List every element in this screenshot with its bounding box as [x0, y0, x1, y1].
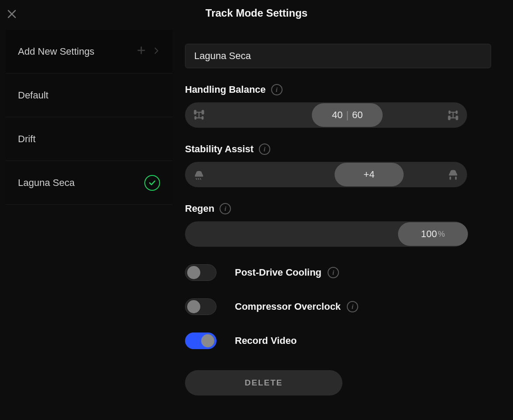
sidebar-item-label: Default [18, 90, 49, 101]
handling-balance-slider[interactable]: 40 | 60 [185, 102, 467, 128]
handling-front-value: 40 [332, 109, 342, 121]
sidebar-item-label: Laguna Seca [18, 177, 75, 189]
post-drive-cooling-toggle[interactable] [185, 264, 216, 281]
stability-high-icon [441, 162, 465, 187]
sidebar-item-laguna-seca[interactable]: Laguna Seca [6, 161, 172, 205]
svg-rect-12 [456, 111, 457, 114]
regen-unit: % [438, 230, 445, 239]
main-panel: Handling Balance i 40 | 60 Stability Ass… [185, 44, 491, 396]
toggle-knob [187, 300, 200, 313]
record-video-label: Record Video [235, 335, 297, 346]
sidebar: Add New Settings DefaultDriftLaguna Seca [6, 30, 172, 205]
info-icon[interactable]: i [271, 84, 283, 95]
stability-assist-slider[interactable]: +4 [185, 162, 467, 187]
check-icon [144, 175, 160, 191]
plus-icon [136, 46, 146, 58]
info-icon[interactable]: i [347, 301, 358, 312]
handling-balance-label: Handling Balance [185, 84, 266, 95]
stability-low-icon [187, 162, 211, 187]
regen-label: Regen [185, 203, 214, 214]
compressor-overclock-row: Compressor Overclocki [185, 298, 491, 315]
regen-thumb[interactable]: 100% [398, 222, 468, 246]
front-bias-icon [187, 102, 211, 128]
info-icon[interactable]: i [259, 144, 270, 155]
chevron-right-icon [152, 46, 160, 57]
regen-value: 100 [421, 228, 437, 240]
toggle-knob [201, 334, 214, 347]
svg-rect-4 [195, 111, 196, 114]
sidebar-item-label: Drift [18, 133, 35, 145]
handling-separator: | [346, 109, 349, 121]
regen-slider[interactable]: 100% [185, 221, 467, 247]
handling-balance-thumb[interactable]: 40 | 60 [312, 103, 383, 127]
svg-rect-19 [455, 177, 457, 180]
delete-button[interactable]: DELETE [185, 370, 342, 396]
close-button[interactable] [7, 9, 17, 19]
delete-label: DELETE [245, 378, 283, 388]
info-icon[interactable]: i [220, 203, 231, 214]
post-drive-cooling-label: Post-Drive Cooling [235, 267, 321, 278]
compressor-overclock-toggle[interactable] [185, 298, 216, 315]
svg-rect-6 [195, 117, 196, 119]
info-icon[interactable]: i [328, 267, 339, 278]
close-icon [7, 13, 17, 21]
stability-value: +4 [363, 169, 374, 180]
compressor-overclock-label: Compressor Overclock [235, 301, 341, 312]
svg-rect-5 [202, 111, 204, 114]
sidebar-add-new[interactable]: Add New Settings [6, 30, 172, 74]
svg-rect-13 [449, 116, 450, 119]
svg-rect-18 [450, 177, 451, 180]
stability-assist-thumb[interactable]: +4 [335, 163, 404, 186]
sidebar-item-default[interactable]: Default [6, 74, 172, 117]
svg-rect-7 [202, 117, 203, 119]
svg-rect-14 [456, 116, 458, 119]
rear-bias-icon [441, 102, 465, 128]
sidebar-add-label: Add New Settings [18, 46, 94, 57]
profile-name-input[interactable] [185, 44, 491, 68]
toggle-knob [187, 266, 200, 279]
sidebar-item-drift[interactable]: Drift [6, 117, 172, 161]
record-video-row: Record Video [185, 332, 491, 349]
record-video-toggle[interactable] [185, 332, 216, 349]
svg-rect-11 [449, 111, 450, 114]
page-title: Track Mode Settings [0, 7, 513, 19]
stability-assist-label: Stability Assist [185, 144, 254, 155]
post-drive-cooling-row: Post-Drive Coolingi [185, 264, 491, 281]
handling-rear-value: 60 [352, 109, 363, 121]
